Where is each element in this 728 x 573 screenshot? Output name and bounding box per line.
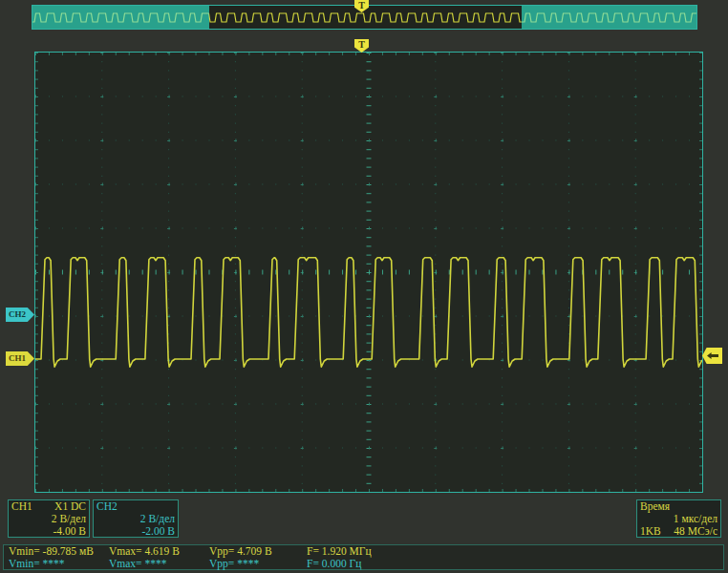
ch2-position-marker[interactable]: CH2 xyxy=(6,308,34,322)
trigger-position-marker[interactable]: T xyxy=(354,39,369,53)
trigger-level-marker[interactable] xyxy=(702,348,722,364)
ch1-position-value: -4.00 В xyxy=(54,525,87,538)
ch1-measurements-row: Vmin= -89.785 мВ Vmax= 4.619 В Vpp= 4.70… xyxy=(4,545,723,558)
overview-trigger-label: T xyxy=(358,0,365,11)
ch2-scale: 2 В/дел xyxy=(140,513,175,525)
ch2-freq: F= 0.000 Гц xyxy=(307,558,723,570)
ch2-info-box[interactable]: CH2 2 В/дел -2.00 В xyxy=(93,499,179,538)
ch1-vpp: Vpp= 4.709 В xyxy=(209,545,307,558)
timebase-info-box[interactable]: Время 1 мкс/дел 1KB 48 МСэ/с xyxy=(636,499,721,538)
timebase-title: Время xyxy=(640,500,670,513)
ch1-vmin: Vmin= -89.785 мВ xyxy=(9,545,109,558)
ch1-label: CH1 xyxy=(11,500,32,513)
left-arrow-icon xyxy=(707,352,718,359)
ch2-label: CH2 xyxy=(96,500,118,513)
waveform-display xyxy=(34,52,703,493)
ch1-vmax: Vmax= 4.619 В xyxy=(109,545,209,558)
memory-depth: 1KB xyxy=(640,525,661,538)
ch1-freq: F= 1.920 МГц xyxy=(307,545,723,558)
ch1-info-box[interactable]: CH1 X1 DC 2 В/дел -4.00 В xyxy=(8,499,90,538)
sample-rate: 48 МСэ/с xyxy=(674,525,717,538)
ch2-vpp: Vpp= **** xyxy=(209,558,307,570)
ch2-measurements-row: Vmin= **** Vmax= **** Vpp= **** F= 0.000… xyxy=(4,558,723,570)
trigger-position-label: T xyxy=(358,39,365,50)
oscilloscope-screen: T T CH2 CH1 CH1 X1 DC 2 В/дел -4.00 В CH… xyxy=(0,0,728,573)
ch1-waveform-trace xyxy=(35,53,702,492)
ch1-coupling: X1 DC xyxy=(54,500,86,513)
ch2-position-value: -2.00 В xyxy=(142,525,176,538)
ch1-position-marker[interactable]: CH1 xyxy=(6,351,34,366)
measurements-bar: Vmin= -89.785 мВ Vmax= 4.619 В Vpp= 4.70… xyxy=(3,544,724,570)
ch1-scale: 2 В/дел xyxy=(52,513,86,525)
timebase-scale: 1 мкс/дел xyxy=(674,513,717,525)
ch2-vmax: Vmax= **** xyxy=(109,558,209,570)
ch2-vmin: Vmin= **** xyxy=(9,558,109,570)
